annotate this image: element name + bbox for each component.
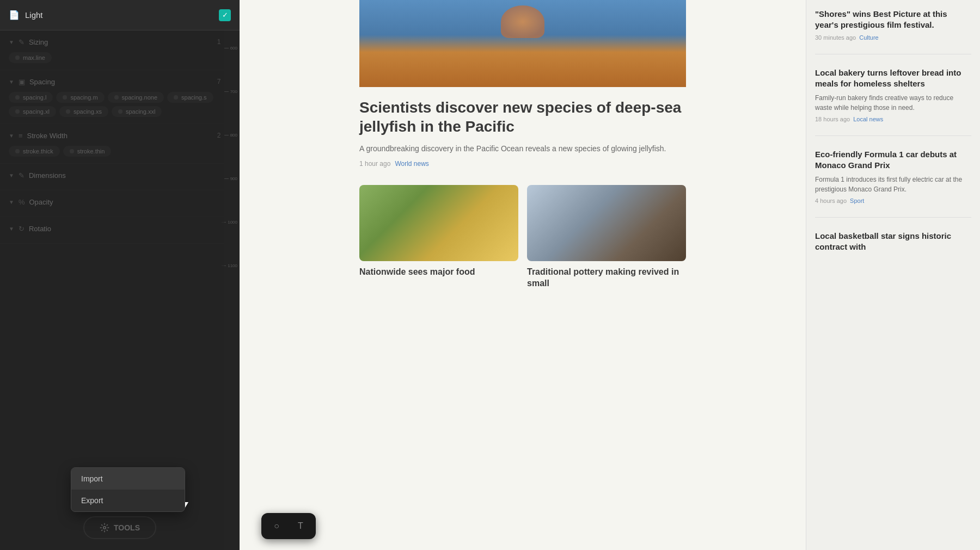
rotation-section-header[interactable]: ▼ ↻ Rotatio + [9, 224, 231, 233]
main-article-excerpt: A groundbreaking discovery in the Pacifi… [359, 143, 686, 155]
sizing-title: Sizing [29, 38, 213, 46]
stroke-tokens: stroke.thick stroke.thin [9, 146, 231, 159]
rotation-icon: ↻ [19, 225, 24, 233]
token-dot [15, 149, 20, 153]
side-headline-2: Local bakery turns leftover bread into m… [815, 67, 971, 89]
card-food[interactable]: Nationwide sees major food [359, 185, 518, 289]
side-tag-2[interactable]: Local news [853, 116, 883, 122]
export-menu-item[interactable]: Export [71, 490, 185, 511]
center-panel[interactable]: Scientists discover new species of deep-… [240, 0, 806, 550]
dimensions-section-header[interactable]: ▼ ✎ Dimensions + [9, 170, 231, 180]
sizing-chevron: ▼ [9, 39, 14, 45]
token-dot [118, 109, 122, 114]
food-image-bg [359, 185, 518, 261]
side-headline-4: Local basketball star signs historic con… [815, 231, 971, 252]
tools-icon [100, 523, 109, 533]
side-time-3: 4 hours ago [815, 197, 847, 204]
cards-grid: Nationwide sees major food Traditional p… [359, 185, 686, 289]
pottery-image-bg [527, 185, 686, 261]
card-pottery[interactable]: Traditional pottery making revived in sm… [527, 185, 686, 289]
stroke-width-section-header[interactable]: ▼ ≡ Stroke Width 2 + [9, 131, 231, 140]
stroke-width-chevron: ▼ [9, 133, 14, 139]
opacity-section: ▼ % Opacity + [0, 190, 240, 217]
main-article-meta: 1 hour ago World news [359, 160, 686, 168]
jellyfish-shape [501, 5, 544, 38]
side-meta-3: 4 hours ago Sport [815, 197, 971, 204]
side-meta-2: 18 hours ago Local news [815, 116, 971, 122]
right-panel: "Shores" wins Best Picture at this year'… [806, 0, 980, 550]
hero-image [359, 0, 686, 87]
pottery-card-image [527, 185, 686, 261]
side-tag-3[interactable]: Sport [850, 197, 864, 204]
token-dot [70, 149, 74, 153]
dimensions-chevron: ▼ [9, 172, 14, 178]
side-headline-3: Eco-friendly Formula 1 car debuts at Mon… [815, 149, 971, 170]
stroke-width-icon: ≡ [19, 132, 23, 140]
checkbox-teal[interactable]: ✓ [219, 9, 231, 21]
token-dot [114, 95, 119, 100]
side-article-3: Eco-friendly Formula 1 car debuts at Mon… [815, 149, 971, 218]
ruler: 600 700 800 900 1000 1100 [224, 30, 240, 550]
circle-tool[interactable]: ○ [268, 517, 285, 535]
left-panel: 📄 Light ✓ ▼ ✎ Sizing 1 + max.line [0, 0, 240, 550]
token-dot [15, 95, 20, 100]
panel-header: 📄 Light ✓ [0, 0, 240, 30]
token-spacing-s: spacing.s [167, 92, 213, 103]
side-time-1: 30 minutes ago [815, 34, 856, 41]
sizing-count: 1 [217, 38, 221, 46]
ruler-mark-700: 700 [224, 89, 237, 94]
sizing-tokens: max.line [9, 52, 231, 65]
token-dot [15, 55, 20, 60]
main-article: Scientists discover new species of deep-… [359, 87, 686, 176]
side-headline-1: "Shores" wins Best Picture at this year'… [815, 9, 971, 30]
document-icon: 📄 [9, 10, 20, 20]
food-card-title: Nationwide sees major food [359, 267, 518, 278]
token-spacing-m: spacing.m [56, 92, 104, 103]
spacing-section: ▼ ▣ Spacing 7 + spacing.l spacing.m spac… [0, 70, 240, 124]
rotation-chevron: ▼ [9, 226, 14, 232]
token-dot [66, 109, 70, 114]
token-dot [63, 95, 67, 100]
dimensions-title: Dimensions [29, 171, 221, 180]
svg-point-0 [103, 527, 106, 529]
token-spacing-xs: spacing.xs [59, 106, 108, 117]
stroke-width-count: 2 [217, 132, 221, 139]
rotation-section: ▼ ↻ Rotatio + [0, 217, 240, 244]
news-content: Scientists discover new species of deep-… [348, 0, 697, 311]
opacity-section-header[interactable]: ▼ % Opacity + [9, 197, 231, 207]
tools-label: TOOLS [114, 523, 140, 532]
import-menu-item[interactable]: Import [71, 468, 185, 490]
dimensions-icon: ✎ [19, 171, 24, 180]
token-stroke-thin: stroke.thin [63, 146, 112, 157]
opacity-icon: % [19, 198, 25, 206]
spacing-count: 7 [217, 78, 221, 85]
sizing-section-header[interactable]: ▼ ✎ Sizing 1 + [9, 37, 231, 47]
ruler-mark-800: 800 [224, 133, 237, 138]
token-spacing-none: spacing.none [108, 92, 164, 103]
token-spacing-xxl: spacing.xxl [112, 106, 162, 117]
spacing-section-header[interactable]: ▼ ▣ Spacing 7 + [9, 77, 231, 86]
panel-title: Light [25, 10, 213, 20]
spacing-icon: ▣ [19, 78, 25, 86]
tools-button[interactable]: TOOLS [83, 516, 156, 539]
side-meta-1: 30 minutes ago Culture [815, 34, 971, 41]
stroke-width-section: ▼ ≡ Stroke Width 2 + stroke.thick stroke… [0, 124, 240, 164]
ruler-mark-1000: 1000 [222, 220, 237, 225]
ruler-mark-900: 900 [224, 176, 237, 181]
token-dot [15, 109, 20, 114]
side-article-1: "Shores" wins Best Picture at this year'… [815, 9, 971, 54]
sizing-section: ▼ ✎ Sizing 1 + max.line [0, 30, 240, 70]
side-article-2: Local bakery turns leftover bread into m… [815, 67, 971, 136]
stroke-width-title: Stroke Width [27, 132, 213, 140]
main-article-tag[interactable]: World news [395, 160, 428, 168]
text-tool[interactable]: T [292, 517, 309, 535]
ruler-mark-600: 600 [224, 46, 237, 51]
floating-toolbar: ○ T [261, 513, 316, 539]
sizing-icon: ✎ [19, 38, 24, 46]
opacity-title: Opacity [29, 198, 220, 206]
dropdown-menu: Import Export [71, 467, 185, 512]
side-tag-1[interactable]: Culture [859, 34, 878, 41]
pottery-card-title: Traditional pottery making revived in sm… [527, 267, 686, 289]
side-time-2: 18 hours ago [815, 116, 850, 122]
token-spacing-l: spacing.l [9, 92, 53, 103]
